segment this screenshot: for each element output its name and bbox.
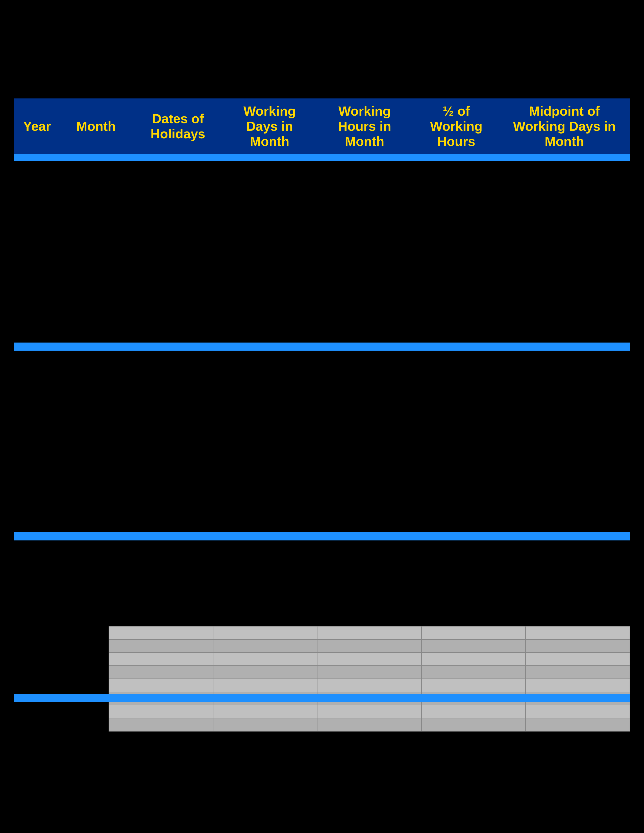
cell-dates bbox=[132, 540, 224, 563]
cell-midpoint bbox=[499, 419, 630, 442]
cell-year bbox=[14, 274, 60, 297]
cell-midpoint bbox=[499, 206, 630, 229]
cell-half-hours bbox=[414, 274, 499, 297]
main-table-wrapper: Year Month Dates of Holidays Working Day… bbox=[14, 98, 630, 609]
gray-cell bbox=[317, 626, 422, 639]
cell-dates bbox=[132, 419, 224, 442]
cell-dates bbox=[132, 320, 224, 343]
cell-midpoint bbox=[499, 161, 630, 183]
gray-cell bbox=[422, 666, 526, 679]
cell-year bbox=[14, 206, 60, 229]
gray-cell bbox=[213, 653, 317, 666]
section-separator-row-1 bbox=[14, 343, 630, 351]
gray-cell bbox=[109, 666, 213, 679]
header-working-days: Working Days in Month bbox=[224, 99, 316, 154]
cell-midpoint bbox=[499, 320, 630, 343]
cell-dates bbox=[132, 229, 224, 252]
cell-year bbox=[14, 297, 60, 320]
cell-half-hours bbox=[414, 464, 499, 487]
cell-month bbox=[60, 229, 132, 252]
cell-year bbox=[14, 540, 60, 563]
cell-year bbox=[14, 229, 60, 252]
cell-month bbox=[60, 297, 132, 320]
cell-month bbox=[60, 206, 132, 229]
header-dates-of-holidays: Dates of Holidays bbox=[132, 99, 224, 154]
cell-working-days bbox=[224, 320, 316, 343]
cell-working-hours bbox=[316, 274, 414, 297]
cell-month bbox=[60, 320, 132, 343]
table-header-row: Year Month Dates of Holidays Working Day… bbox=[14, 99, 630, 154]
cell-year bbox=[14, 183, 60, 206]
cell-midpoint bbox=[499, 183, 630, 206]
cell-dates bbox=[132, 183, 224, 206]
gray-cell bbox=[317, 666, 422, 679]
cell-midpoint bbox=[499, 586, 630, 609]
cell-dates bbox=[132, 442, 224, 464]
cell-month bbox=[60, 586, 132, 609]
gray-cell bbox=[526, 653, 630, 666]
cell-month bbox=[60, 510, 132, 532]
cell-midpoint bbox=[499, 297, 630, 320]
cell-month bbox=[60, 540, 132, 563]
gray-cell bbox=[213, 679, 317, 692]
cell-dates bbox=[132, 396, 224, 419]
gray-table-row bbox=[109, 639, 630, 653]
cell-year bbox=[14, 373, 60, 396]
gray-table-row bbox=[109, 626, 630, 639]
cell-half-hours bbox=[414, 510, 499, 532]
cell-working-days bbox=[224, 510, 316, 532]
cell-year bbox=[14, 563, 60, 586]
table-row bbox=[14, 563, 630, 586]
table-row bbox=[14, 510, 630, 532]
cell-half-hours bbox=[414, 419, 499, 442]
cell-year bbox=[14, 464, 60, 487]
cell-working-hours bbox=[316, 183, 414, 206]
cell-half-hours bbox=[414, 229, 499, 252]
gray-table-row bbox=[109, 679, 630, 692]
cell-dates bbox=[132, 586, 224, 609]
cell-half-hours bbox=[414, 586, 499, 609]
cell-working-days bbox=[224, 206, 316, 229]
gray-table-row bbox=[109, 718, 630, 731]
gray-cell bbox=[526, 666, 630, 679]
cell-working-hours bbox=[316, 229, 414, 252]
gray-cell bbox=[109, 639, 213, 653]
cell-year bbox=[14, 396, 60, 419]
cell-working-days bbox=[224, 540, 316, 563]
header-half-working-hours: ½ of Working Hours bbox=[414, 99, 499, 154]
header-highlight-row bbox=[14, 154, 630, 161]
gray-table-row bbox=[109, 705, 630, 718]
cell-month bbox=[60, 464, 132, 487]
cell-month bbox=[60, 161, 132, 183]
cell-month bbox=[60, 274, 132, 297]
cell-dates bbox=[132, 297, 224, 320]
cell-dates bbox=[132, 563, 224, 586]
cell-working-days bbox=[224, 183, 316, 206]
separator-cell bbox=[14, 532, 630, 540]
cell-midpoint bbox=[499, 229, 630, 252]
gray-cell bbox=[213, 626, 317, 639]
cell-year bbox=[14, 252, 60, 274]
gray-cell bbox=[109, 626, 213, 639]
gray-table-row bbox=[109, 653, 630, 666]
cell-working-days bbox=[224, 586, 316, 609]
cell-dates bbox=[132, 487, 224, 510]
section-separator-row-2 bbox=[14, 532, 630, 540]
separator-cell bbox=[14, 343, 630, 351]
cell-dates bbox=[132, 161, 224, 183]
cell-half-hours bbox=[414, 183, 499, 206]
gray-cell bbox=[109, 679, 213, 692]
gray-cell bbox=[213, 639, 317, 653]
cell-working-days bbox=[224, 396, 316, 419]
table-row bbox=[14, 419, 630, 442]
gray-cell bbox=[422, 705, 526, 718]
cell-month bbox=[60, 396, 132, 419]
cell-dates bbox=[132, 206, 224, 229]
cell-month bbox=[60, 487, 132, 510]
gray-cell bbox=[422, 679, 526, 692]
gray-cell bbox=[422, 718, 526, 731]
table-row bbox=[14, 586, 630, 609]
cell-working-hours bbox=[316, 510, 414, 532]
cell-year bbox=[14, 351, 60, 373]
cell-working-hours bbox=[316, 487, 414, 510]
